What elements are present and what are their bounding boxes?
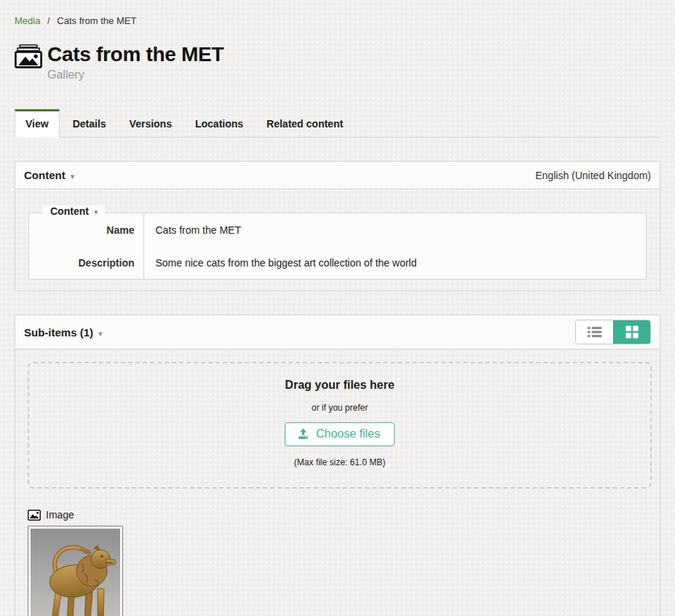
subitems-panel-body: Drag your files here or if you prefer Ch… [15, 350, 660, 616]
tab-bar: View Details Versions Locations Related … [15, 108, 660, 138]
tab-details[interactable]: Details [63, 109, 117, 138]
tab-view[interactable]: View [15, 109, 60, 138]
subitems-panel-title[interactable]: Sub-items (1)▾ [24, 326, 103, 339]
content-fields-table: Name Cats from the MET Description Some … [29, 213, 646, 279]
language-indicator: English (United Kingdom) [535, 170, 651, 181]
subitem-thumbnail[interactable] [28, 526, 123, 616]
image-icon [28, 510, 41, 521]
upload-icon [297, 428, 309, 440]
content-panel-title-text: Content [24, 169, 66, 181]
subitems-panel-title-text: Sub-items (1) [24, 326, 93, 339]
lion-sculpture-image [31, 529, 120, 616]
subitems-panel: Sub-items (1)▾ [15, 315, 660, 616]
field-value-name: Cats from the MET [143, 213, 646, 246]
field-label-description: Description [29, 246, 143, 279]
caret-down-icon: ▾ [98, 329, 103, 338]
content-panel-title[interactable]: Content▾ [24, 169, 74, 181]
grid-view-button[interactable] [613, 320, 650, 344]
content-type-label: Gallery [47, 68, 224, 82]
field-row-description: Description Some nice cats from the bigg… [29, 246, 646, 279]
content-panel: Content▾ English (United Kingdom) Conten… [15, 161, 660, 291]
content-fieldset: Content▾ Name Cats from the MET Descript… [28, 213, 647, 280]
tab-related-content[interactable]: Related content [256, 109, 353, 138]
list-view-icon [588, 326, 602, 338]
choose-files-button[interactable]: Choose files [285, 422, 395, 446]
field-value-description: Some nice cats from the biggest art coll… [143, 246, 646, 279]
field-row-name: Name Cats from the MET [29, 213, 646, 246]
page-header: Cats from the MET Gallery [15, 44, 660, 82]
content-panel-body: Content▾ Name Cats from the MET Descript… [15, 189, 660, 291]
subitem-type: Image [28, 509, 652, 521]
media-view-page: Media / Cats from the MET Cats from the … [0, 0, 675, 616]
view-mode-toggle [575, 320, 651, 344]
max-file-size-note: (Max file size: 61.0 MB) [36, 457, 643, 467]
choose-files-label: Choose files [316, 427, 380, 441]
content-panel-header: Content▾ English (United Kingdom) [15, 162, 660, 189]
breadcrumb-link-media[interactable]: Media [15, 15, 40, 26]
tab-versions[interactable]: Versions [119, 109, 182, 138]
dropzone-subtext: or if you prefer [36, 403, 643, 413]
subitem-type-label: Image [46, 509, 74, 521]
breadcrumb-current: Cats from the MET [57, 15, 136, 26]
file-dropzone[interactable]: Drag your files here or if you prefer Ch… [28, 362, 652, 489]
tab-locations[interactable]: Locations [185, 109, 253, 138]
content-fieldset-legend[interactable]: Content▾ [43, 205, 105, 217]
gallery-icon [15, 44, 42, 68]
dropzone-heading: Drag your files here [36, 379, 643, 392]
content-fieldset-legend-text: Content [50, 205, 89, 217]
page-title: Cats from the MET [47, 44, 224, 66]
caret-down-icon: ▾ [94, 208, 98, 216]
breadcrumb-separator: / [47, 15, 50, 26]
field-label-name: Name [29, 213, 143, 246]
caret-down-icon: ▾ [71, 172, 75, 181]
subitems-panel-header: Sub-items (1)▾ [15, 315, 660, 350]
list-view-button[interactable] [576, 320, 613, 344]
page-title-block: Cats from the MET Gallery [47, 44, 224, 82]
grid-view-icon [625, 325, 639, 339]
breadcrumb: Media / Cats from the MET [15, 0, 660, 26]
subitem-card: Image [28, 509, 652, 616]
